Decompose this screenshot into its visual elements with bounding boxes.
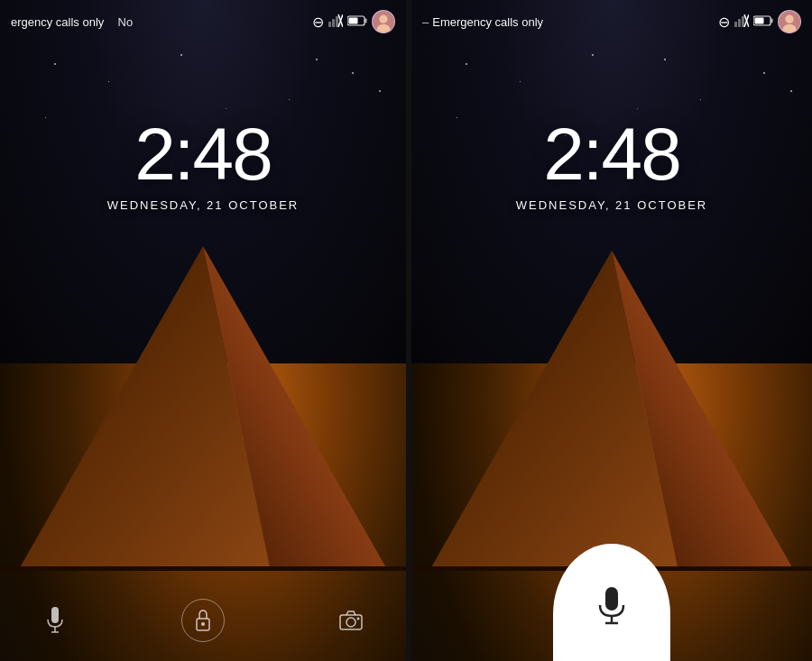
- svg-marker-22: [429, 251, 678, 571]
- left-lock-button[interactable]: [181, 599, 225, 642]
- right-status-left: – Emergency calls only: [422, 15, 543, 29]
- svg-rect-4: [332, 19, 335, 27]
- left-bottom-bar: [0, 580, 406, 661]
- svg-point-18: [201, 622, 205, 626]
- right-status-right: ⊖: [718, 10, 801, 33]
- svg-rect-26: [738, 19, 741, 27]
- right-phone-screen: – Emergency calls only ⊖: [406, 0, 812, 661]
- left-status-right: ⊖: [312, 10, 395, 33]
- svg-rect-14: [51, 607, 59, 623]
- svg-rect-9: [365, 19, 367, 23]
- right-signal-icon: [734, 14, 749, 30]
- left-battery-icon: [347, 14, 367, 29]
- svg-rect-3: [328, 22, 331, 27]
- voice-mic-icon: [595, 587, 628, 627]
- right-clock-area: 2:48 WEDNESDAY, 21 OCTOBER: [411, 117, 812, 212]
- left-dnd-icon: ⊖: [312, 14, 324, 31]
- left-status-left: ergency calls only No: [11, 15, 133, 29]
- svg-rect-32: [755, 18, 764, 24]
- svg-point-20: [346, 618, 355, 627]
- left-clock-date: WEDNESDAY, 21 OCTOBER: [107, 198, 300, 212]
- svg-rect-25: [734, 22, 737, 27]
- svg-point-34: [785, 15, 793, 23]
- left-clock-area: 2:48 WEDNESDAY, 21 OCTOBER: [0, 117, 406, 212]
- right-status-bar: – Emergency calls only ⊖: [411, 0, 812, 43]
- svg-marker-0: [18, 246, 271, 571]
- right-battery-icon: [753, 14, 773, 29]
- left-camera-button[interactable]: [332, 601, 370, 639]
- left-bg: [0, 0, 406, 661]
- left-clock-time: 2:48: [134, 117, 272, 191]
- svg-rect-5: [336, 16, 338, 27]
- left-no-text: No: [118, 15, 134, 29]
- right-dnd-icon: ⊖: [718, 14, 730, 31]
- right-avatar: [778, 10, 801, 33]
- right-emergency-text: Emergency calls only: [432, 15, 543, 29]
- right-clock-time: 2:48: [543, 117, 680, 191]
- left-status-bar: ergency calls only No ⊖: [0, 0, 406, 43]
- svg-rect-10: [349, 18, 358, 24]
- svg-rect-2: [0, 566, 406, 571]
- left-avatar: [372, 10, 395, 33]
- left-signal-icon: [328, 14, 343, 30]
- right-dash: –: [422, 15, 429, 29]
- left-mic-button[interactable]: [36, 601, 74, 639]
- left-emergency-text: ergency calls only: [11, 15, 104, 29]
- left-phone-screen: ergency calls only No ⊖: [0, 0, 406, 661]
- svg-rect-36: [605, 587, 618, 611]
- right-clock-date: WEDNESDAY, 21 OCTOBER: [516, 198, 708, 212]
- svg-rect-27: [742, 16, 744, 27]
- svg-point-12: [379, 15, 387, 23]
- svg-point-21: [357, 618, 360, 620]
- svg-rect-31: [771, 19, 773, 23]
